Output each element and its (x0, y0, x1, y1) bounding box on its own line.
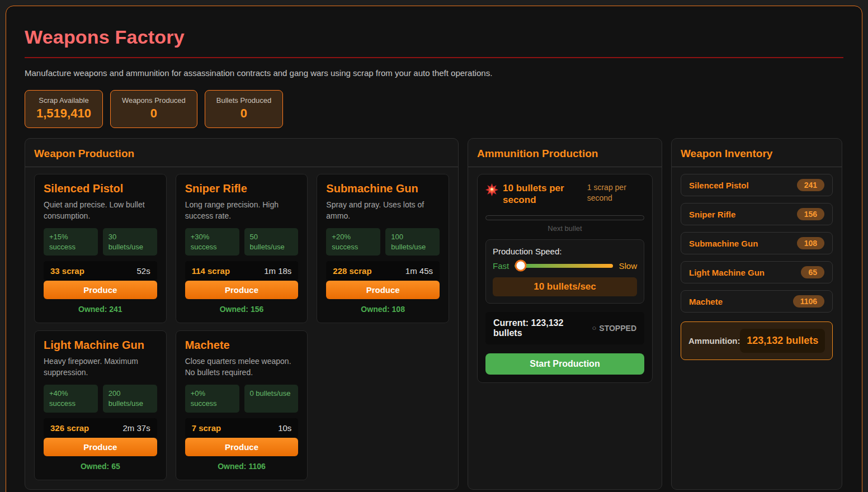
weapon-badges: +0% success 0 bullets/use (185, 385, 299, 412)
current-bullets-row: Current: 123,132 bullets ○ STOPPED (485, 312, 644, 344)
weapon-production-panel: Weapon Production Silenced Pistol Quiet … (25, 138, 459, 490)
speed-value: 10 bullets/sec (493, 277, 637, 296)
panel-divider (25, 167, 458, 167)
title-divider (25, 57, 843, 58)
bullets-per-second: 10 bullets per second (503, 182, 578, 206)
produce-button-sniper-rifle[interactable]: Produce (185, 281, 299, 299)
fast-label: Fast (493, 261, 509, 271)
success-badge: +40% success (44, 385, 98, 412)
produce-button-submachine-gun[interactable]: Produce (326, 281, 440, 299)
weapon-badges: +30% success 50 bullets/use (185, 228, 299, 256)
inventory-item-name: Light Machine Gun (689, 268, 765, 277)
speed-slider-row: Fast Slow (493, 261, 637, 271)
stat-scrap-available: Scrap Available 1,519,410 (25, 90, 103, 128)
inventory-item-name: Submachine Gun (689, 239, 758, 248)
ammunition-card: 10 bullets per second 1 scrap per second… (477, 174, 653, 383)
stat-weapons-produced: Weapons Produced 0 (110, 90, 197, 128)
weapon-card-machete: Machete Close quarters melee weapon. No … (176, 330, 308, 480)
weapon-name: Machete (185, 339, 299, 352)
explosion-icon (485, 183, 498, 206)
success-badge: +0% success (185, 385, 239, 412)
weapons-factory-page: Weapons Factory Manufacture weapons and … (6, 6, 862, 492)
production-speed-label: Production Speed: (493, 247, 637, 256)
production-speed-box: Production Speed: Fast Slow 10 bullets/s… (485, 239, 644, 304)
produce-button-silenced-pistol[interactable]: Produce (44, 281, 157, 299)
weapon-name: Submachine Gun (326, 182, 440, 195)
stat-bullets-produced: Bullets Produced 0 (205, 90, 283, 128)
stat-label: Bullets Produced (216, 96, 271, 105)
bullets-badge: 50 bullets/use (244, 228, 299, 256)
production-time: 52s (136, 266, 150, 276)
stopped-circle-icon: ○ (592, 324, 596, 332)
weapon-description: Spray and pray. Uses lots of ammo. (326, 200, 440, 221)
main-panels: Weapon Production Silenced Pistol Quiet … (25, 138, 843, 490)
inventory-row-submachine-gun: Submachine Gun 108 (681, 232, 833, 254)
owned-count: Owned: 241 (44, 305, 157, 314)
inventory-row-sniper-rifle: Sniper Rifle 156 (681, 203, 833, 225)
weapon-card-silenced-pistol: Silenced Pistol Quiet and precise. Low b… (34, 174, 167, 323)
weapon-inventory-title: Weapon Inventory (681, 148, 833, 160)
success-badge: +15% success (44, 228, 98, 256)
production-time: 2m 37s (122, 423, 150, 433)
inventory-count-badge: 108 (797, 237, 824, 249)
owned-count: Owned: 1106 (185, 462, 299, 471)
ammo-rate-left: 10 bullets per second (485, 182, 578, 206)
scrap-cost: 33 scrap (50, 266, 84, 276)
bullets-badge: 100 bullets/use (385, 228, 440, 256)
speed-slider-thumb[interactable] (515, 260, 526, 272)
scrap-cost: 7 scrap (192, 423, 221, 433)
cost-row: 326 scrap 2m 37s (44, 418, 157, 438)
production-time: 1m 18s (264, 266, 291, 276)
next-bullet-label: Next bullet (485, 224, 644, 233)
owned-count: Owned: 108 (326, 305, 440, 314)
inventory-row-machete: Machete 1106 (681, 290, 833, 313)
weapon-inventory-panel: Weapon Inventory Silenced Pistol 241 Sni… (671, 138, 842, 490)
weapon-card-sniper-rifle: Sniper Rifle Long range precision. High … (176, 174, 308, 323)
stat-label: Weapons Produced (122, 96, 186, 105)
weapon-name: Sniper Rifle (185, 182, 299, 195)
ammo-rate-row: 10 bullets per second 1 scrap per second (485, 182, 644, 206)
weapon-description: Long range precision. High success rate. (185, 200, 299, 221)
success-badge: +30% success (185, 228, 239, 256)
weapon-badges: +20% success 100 bullets/use (326, 228, 440, 256)
ammunition-production-panel: Ammunition Production 10 bullets per sec… (468, 138, 662, 490)
weapon-name: Silenced Pistol (44, 182, 157, 195)
inventory-count-badge: 156 (797, 208, 824, 220)
stat-value: 0 (216, 106, 271, 121)
panel-divider (672, 167, 842, 167)
bullets-badge: 0 bullets/use (244, 385, 299, 412)
produce-button-machete[interactable]: Produce (185, 438, 299, 456)
production-time: 10s (278, 423, 291, 433)
scrap-cost: 326 scrap (50, 423, 89, 433)
weapon-description: Quiet and precise. Low bullet consumptio… (44, 200, 157, 221)
inventory-item-name: Sniper Rifle (689, 210, 735, 219)
start-production-button[interactable]: Start Production (485, 353, 644, 375)
page-description: Manufacture weapons and ammunition for a… (25, 68, 843, 78)
stat-label: Scrap Available (36, 96, 91, 105)
ammunition-production-title: Ammunition Production (477, 148, 653, 160)
scrap-cost: 228 scrap (333, 266, 371, 276)
inventory-row-silenced-pistol: Silenced Pistol 241 (681, 174, 833, 196)
stats-row: Scrap Available 1,519,410 Weapons Produc… (25, 90, 843, 128)
weapon-card-light-machine-gun: Light Machine Gun Heavy firepower. Maxim… (34, 330, 167, 480)
weapon-badges: +40% success 200 bullets/use (44, 385, 157, 412)
card-bottom: Produce Owned: 241 (44, 281, 157, 314)
ammunition-summary-box: Ammunition: 123,132 bullets (681, 321, 833, 360)
ammunition-label: Ammunition: (688, 336, 740, 346)
production-time: 1m 45s (405, 266, 433, 276)
card-bottom: Produce Owned: 1106 (185, 438, 299, 471)
inventory-count-badge: 241 (797, 179, 824, 191)
produce-button-light-machine-gun[interactable]: Produce (44, 438, 157, 456)
weapon-description: Heavy firepower. Maximum suppression. (44, 356, 157, 378)
speed-slider[interactable] (515, 264, 613, 268)
current-bullets: Current: 123,132 bullets (493, 318, 592, 338)
status-text: STOPPED (599, 324, 636, 333)
ammunition-total: 123,132 bullets (740, 329, 825, 353)
slow-label: Slow (619, 261, 637, 271)
inventory-count-badge: 65 (801, 266, 824, 278)
owned-count: Owned: 156 (185, 305, 299, 314)
inventory-count-badge: 1106 (793, 295, 824, 308)
weapon-production-title: Weapon Production (34, 148, 449, 160)
panel-divider (468, 167, 662, 167)
next-bullet-progress-bar (485, 215, 644, 220)
